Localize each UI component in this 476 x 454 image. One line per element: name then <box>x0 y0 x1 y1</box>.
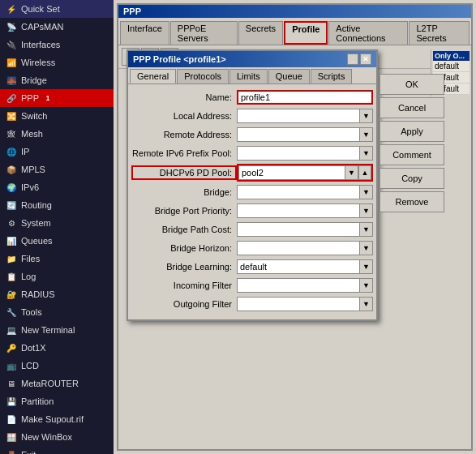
sidebar-item-wireless[interactable]: 📶 Wireless <box>0 54 114 71</box>
outgoing-filter-select[interactable] <box>237 297 360 311</box>
sidebar-item-metarouter[interactable]: 🖥 MetaROUTER <box>0 375 114 392</box>
sidebar-item-ipv6[interactable]: 🌍 IPv6 <box>0 178 114 196</box>
sidebar-item-capsman[interactable]: 📡 CAPsMAN <box>0 18 114 36</box>
remote-ipv6-row: Remote IPv6 Prefix Pool: ▼ <box>131 145 373 161</box>
sidebar-icon-radius: 🔐 <box>5 288 18 301</box>
incoming-filter-dropdown[interactable]: ▼ <box>360 278 373 293</box>
bridge-path-cost-select[interactable] <box>237 222 360 237</box>
remote-ipv6-dropdown[interactable]: ▼ <box>360 146 373 161</box>
remove-button[interactable]: Remove <box>380 191 444 212</box>
minimize-button[interactable]: _ <box>347 54 358 65</box>
bridge-learning-select[interactable]: default <box>237 259 360 274</box>
sidebar-item-exit[interactable]: 🚪 Exit <box>0 446 114 454</box>
ppp-tab-l2tp-secrets[interactable]: L2TP Secrets <box>409 21 470 45</box>
cancel-button[interactable]: Cancel <box>380 97 444 118</box>
bridge-path-cost-dropdown[interactable]: ▼ <box>360 222 373 237</box>
sidebar-label-metarouter: MetaROUTER <box>21 379 79 388</box>
sidebar-item-bridge[interactable]: 🌉 Bridge <box>0 71 114 89</box>
close-button[interactable]: ✕ <box>360 54 371 65</box>
sidebar-item-mesh[interactable]: 🕸 Mesh <box>0 125 114 143</box>
sidebar-item-ip[interactable]: 🌐 IP <box>0 143 114 161</box>
sidebar-label-new-terminal: New Terminal <box>21 325 75 335</box>
name-label: Name: <box>131 92 237 102</box>
sidebar-item-new-terminal[interactable]: 💻 New Terminal <box>0 321 114 339</box>
ppp-tab-profile[interactable]: Profile <box>284 21 328 45</box>
ok-button[interactable]: OK <box>380 74 444 95</box>
sidebar-item-new-winbox[interactable]: 🪟 New WinBox <box>0 428 114 446</box>
sidebar-icon-exit: 🚪 <box>5 448 18 454</box>
sidebar-icon-make-supout: 📄 <box>5 413 18 426</box>
sidebar-item-quick-set[interactable]: ⚡ Quick Set <box>0 0 114 18</box>
dhcpv6-up-arrow[interactable]: ▲ <box>358 165 371 180</box>
remote-address-dropdown[interactable]: ▼ <box>360 127 373 142</box>
sidebar-icon-bridge: 🌉 <box>5 74 18 87</box>
ppp-tab-secrets[interactable]: Secrets <box>238 21 283 45</box>
sidebar-item-tools[interactable]: 🔧 Tools <box>0 303 114 321</box>
dhcpv6-dropdown-arrow[interactable]: ▼ <box>345 165 358 180</box>
sidebar-item-system[interactable]: ⚙ System <box>0 214 114 232</box>
bridge-horizon-select[interactable] <box>237 241 360 255</box>
bridge-horizon-dropdown[interactable]: ▼ <box>360 241 373 255</box>
local-address-dropdown[interactable]: ▼ <box>360 109 373 123</box>
ppp-tab-pppoe-servers[interactable]: PPPoE Servers <box>170 21 238 45</box>
ppp-window-title: PPP <box>118 5 471 18</box>
sidebar-item-partition[interactable]: 💾 Partition <box>0 392 114 410</box>
sidebar-label-exit: Exit <box>21 450 36 454</box>
dialog-action-buttons: OK Cancel Apply Comment Copy Remove <box>380 74 448 212</box>
sidebar-label-log: Log <box>21 272 36 281</box>
bridge-select[interactable] <box>237 185 360 199</box>
sidebar-item-mpls[interactable]: 📦 MPLS <box>0 161 114 178</box>
sidebar-item-lcd[interactable]: 📺 LCD <box>0 357 114 375</box>
dialog-tab-general[interactable]: General <box>130 69 176 84</box>
sidebar-label-bridge: Bridge <box>21 75 47 85</box>
local-address-select[interactable] <box>237 109 360 123</box>
dhcpv6-row: DHCPv6 PD Pool: pool2 ▼ ▲ <box>131 164 373 182</box>
sidebar-label-wireless: Wireless <box>21 58 55 67</box>
sidebar-label-queues: Queues <box>21 236 53 246</box>
sidebar-label-system: System <box>21 218 51 228</box>
outgoing-filter-dropdown[interactable]: ▼ <box>360 297 373 311</box>
sidebar-item-log[interactable]: 📋 Log <box>0 268 114 285</box>
dialog-tab-queue[interactable]: Queue <box>268 69 310 84</box>
sidebar-item-dot1x[interactable]: 🔑 Dot1X <box>0 339 114 357</box>
apply-button[interactable]: Apply <box>380 121 444 142</box>
sidebar-item-interfaces[interactable]: 🔌 Interfaces <box>0 36 114 54</box>
bridge-port-priority-dropdown[interactable]: ▼ <box>360 203 373 218</box>
ppp-window: PPP InterfacePPPoE ServersSecretsProfile… <box>117 3 473 451</box>
dhcpv6-select[interactable]: pool2 <box>238 165 345 180</box>
sidebar-icon-wireless: 📶 <box>5 56 18 69</box>
bridge-learning-dropdown[interactable]: ▼ <box>360 259 373 274</box>
remote-address-select[interactable] <box>237 127 360 142</box>
dialog-tab-protocols[interactable]: Protocols <box>177 69 229 84</box>
sidebar-item-ppp[interactable]: 🔗 PPP 1 <box>0 89 114 107</box>
ppp-tab-active-connections[interactable]: Active Connections <box>328 21 408 45</box>
bridge-dropdown[interactable]: ▼ <box>360 185 373 199</box>
sidebar-item-switch[interactable]: 🔀 Switch <box>0 107 114 125</box>
right-panel-item-1: default <box>433 61 470 72</box>
sidebar-item-routing[interactable]: 🔄 Routing <box>0 196 114 214</box>
sidebar-item-make-supout[interactable]: 📄 Make Supout.rif <box>0 410 114 428</box>
sidebar-icon-ipv6: 🌍 <box>5 181 18 194</box>
dialog-tab-limits[interactable]: Limits <box>229 69 268 84</box>
sidebar-icon-queues: 📊 <box>5 234 18 247</box>
sidebar-icon-mpls: 📦 <box>5 163 18 176</box>
name-input[interactable] <box>237 90 373 105</box>
bridge-port-priority-label: Bridge Port Priority: <box>131 206 237 216</box>
bridge-port-priority-select[interactable] <box>237 203 360 218</box>
local-address-select-group: ▼ <box>237 109 373 123</box>
sidebar-item-files[interactable]: 📁 Files <box>0 250 114 268</box>
incoming-filter-select[interactable] <box>237 278 360 293</box>
sidebar-icon-ppp: 🔗 <box>5 92 18 105</box>
sidebar-item-queues[interactable]: 📊 Queues <box>0 232 114 250</box>
remote-ipv6-select[interactable] <box>237 146 360 161</box>
sidebar-item-radius[interactable]: 🔐 RADIUS <box>0 285 114 303</box>
comment-button[interactable]: Comment <box>380 144 444 165</box>
dialog-tab-scripts[interactable]: Scripts <box>311 69 353 84</box>
copy-button[interactable]: Copy <box>380 168 444 189</box>
dialog-content: Name: Local Address: ▼ Remote Address: <box>128 84 376 319</box>
bridge-horizon-group: ▼ <box>237 241 373 255</box>
sidebar-icon-capsman: 📡 <box>5 20 18 33</box>
ppp-tab-interface[interactable]: Interface <box>120 21 169 45</box>
remote-ipv6-label: Remote IPv6 Prefix Pool: <box>131 148 237 158</box>
name-row: Name: <box>131 89 373 105</box>
